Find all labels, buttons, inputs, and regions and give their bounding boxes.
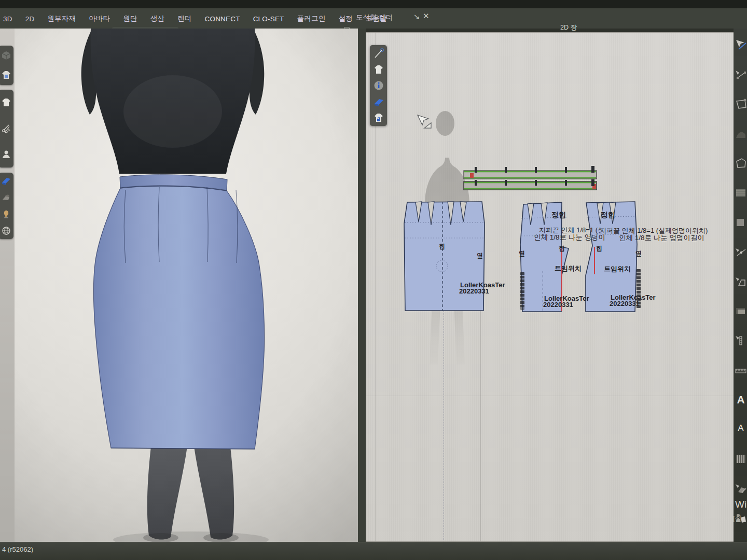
- sewing-tools-icon[interactable]: [1, 123, 11, 134]
- pattern-canvas: [366, 33, 734, 542]
- pleats-tool-icon[interactable]: [735, 453, 747, 465]
- 2d-viewport[interactable]: 정힙 정힙 지퍼끝 인체 1/8=1 (실제엉덩이위치) 지퍼끝 인체 1/8=…: [366, 32, 734, 542]
- skirt-3d[interactable]: [93, 186, 264, 449]
- menu-connect[interactable]: CONNECT: [204, 15, 240, 23]
- menu-3d[interactable]: 3D: [3, 15, 12, 23]
- floor-shadow: [113, 531, 269, 542]
- menu-bar: 3D 2D 원부자재 아바타 원단 생산 렌더 CONNECT CLO-SET …: [3, 10, 387, 27]
- ruler-icon[interactable]: [735, 364, 747, 376]
- left-tool-strip: [0, 29, 15, 542]
- seam-allowance-tool-icon[interactable]: [735, 305, 747, 317]
- menu-plugin[interactable]: 플러그인: [297, 14, 326, 23]
- date-back-right: 20220331: [610, 300, 640, 307]
- label-side-front: 옆: [477, 253, 483, 259]
- label-side-back-right: 옆: [635, 250, 642, 257]
- panel-divider: [358, 29, 366, 542]
- label-center-hip-right: 정힙: [601, 211, 615, 219]
- fabric-icon[interactable]: [1, 176, 11, 186]
- flatten-tool-icon[interactable]: [735, 482, 747, 495]
- windows-watermark-line2: [설: [733, 514, 742, 523]
- label-slit-left: 트임위치: [555, 265, 582, 272]
- label-hip-back-left: 힙: [559, 245, 565, 252]
- menu-2d[interactable]: 2D: [25, 15, 35, 23]
- avatar-left-leg: [147, 446, 187, 540]
- curve-tool-icon[interactable]: [735, 128, 747, 140]
- menu-production[interactable]: 생산: [150, 14, 164, 23]
- needle-tool-icon[interactable]: [373, 48, 384, 59]
- text-tool-icon[interactable]: A: [735, 394, 747, 406]
- annotation-hip-left: 인체 1/8로 나눈 엉덩이길이: [534, 234, 605, 241]
- rectangle-pattern-tool-icon[interactable]: [735, 187, 747, 199]
- fabric-view-icon[interactable]: [373, 96, 384, 107]
- menu-settings[interactable]: 설정: [338, 14, 352, 23]
- trace-tool-icon[interactable]: [735, 275, 747, 288]
- label-slit-right: 트임위치: [604, 265, 631, 273]
- label-side-back-left: 옆: [519, 250, 525, 257]
- torso-highlight: [123, 75, 222, 148]
- measure-tool-icon[interactable]: [735, 334, 747, 347]
- locked-garment-icon[interactable]: [373, 112, 384, 123]
- annotation-zipper-right: 지퍼끝 인체 1/8=1 (실제엉덩이위치): [600, 227, 708, 234]
- mannequin-head-icon[interactable]: [1, 209, 11, 219]
- vertical-annotation-illegible-right: [637, 269, 641, 308]
- edit-pattern-tool-icon[interactable]: [735, 98, 747, 110]
- status-bar: 4 (r52062): [0, 542, 747, 560]
- label-hip-front: 힙: [439, 243, 445, 250]
- transform-tool-icon[interactable]: [735, 39, 747, 51]
- left-tool-group-library: [0, 173, 13, 239]
- windows-watermark-line1: Wi: [735, 499, 746, 510]
- 2d-floating-toolbar: [370, 45, 387, 126]
- date-back-left: 20220331: [543, 301, 573, 309]
- edit-point-tool-icon[interactable]: [735, 68, 747, 81]
- annotation-zipper-left: 지퍼끝 인체 1/8=1 (실제엉덩이위치): [539, 227, 602, 234]
- polygon-pattern-tool-icon[interactable]: [735, 157, 747, 170]
- mouse-cursor: [416, 114, 433, 131]
- menu-render[interactable]: 렌더: [177, 14, 191, 23]
- globe-icon[interactable]: [1, 226, 11, 236]
- 3d-viewport[interactable]: [15, 29, 358, 542]
- notch-tool-icon[interactable]: [735, 246, 747, 258]
- clo3d-application-window: 3D 2D 원부자재 아바타 원단 생산 렌더 CONNECT CLO-SET …: [0, 0, 747, 560]
- detached-window-tab[interactable]: 도식화 렌더: [356, 13, 393, 22]
- date-front: 20220331: [459, 288, 489, 295]
- left-tool-group-garment: [0, 90, 13, 167]
- label-center-hip-left: 정힙: [551, 211, 566, 219]
- shirt-icon[interactable]: [1, 97, 11, 108]
- text-tool-secondary-icon[interactable]: A: [735, 423, 747, 436]
- waistband-red-mark: [470, 173, 474, 178]
- menu-trims[interactable]: 원부자재: [47, 14, 76, 23]
- dart-tool-icon[interactable]: [735, 216, 747, 229]
- garment-fit-icon[interactable]: [1, 70, 11, 80]
- close-icon[interactable]: ✕: [423, 12, 430, 20]
- menu-fabric[interactable]: 원단: [123, 14, 137, 23]
- waistband-strips[interactable]: [464, 166, 597, 190]
- vertical-annotation-illegible-left: [520, 272, 524, 310]
- menu-avatar[interactable]: 아바타: [89, 14, 110, 23]
- avatar-icon[interactable]: [1, 149, 11, 160]
- menu-closet[interactable]: CLO-SET: [253, 15, 284, 23]
- avatar-right-leg: [194, 446, 234, 540]
- left-tool-group-sim: [0, 46, 13, 85]
- avatar-with-skirt: [15, 29, 358, 542]
- 2d-window-title: 2D 창: [560, 23, 577, 32]
- version-text: 4 (r52062): [2, 545, 33, 553]
- right-tool-column: A A: [734, 29, 747, 542]
- garment-view-icon[interactable]: [373, 64, 384, 75]
- info-icon[interactable]: [373, 80, 384, 91]
- label-hip-back-right: 힙: [596, 245, 602, 252]
- annotation-hip-right: 인체 1/8로 나눈 엉덩이길이: [619, 234, 734, 242]
- simulation-cube-icon[interactable]: [1, 50, 11, 61]
- hardware-icon[interactable]: [1, 192, 11, 203]
- restore-down-icon[interactable]: ↘: [413, 12, 420, 20]
